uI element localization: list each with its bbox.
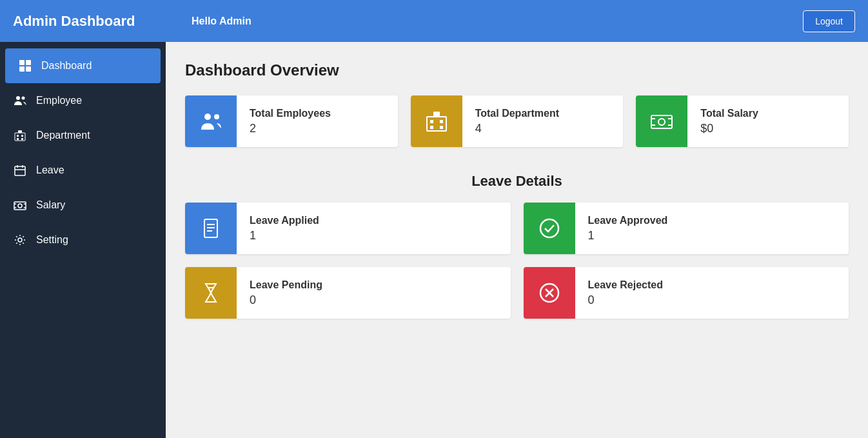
svg-rect-27	[440, 120, 443, 123]
total-department-value: 4	[475, 122, 559, 135]
main-layout: Dashboard Employee	[0, 42, 868, 438]
svg-rect-26	[430, 120, 433, 123]
svg-point-17	[18, 204, 22, 208]
svg-rect-10	[21, 138, 23, 140]
sidebar-item-dashboard[interactable]: Dashboard	[5, 48, 161, 83]
employee-icon	[13, 94, 27, 108]
svg-point-24	[214, 114, 219, 119]
svg-rect-29	[440, 126, 443, 129]
total-employees-icon-box	[185, 95, 237, 147]
leave-card-applied: Leave Applied 1	[185, 203, 511, 254]
sidebar-item-employee-label: Employee	[36, 95, 82, 106]
total-salary-icon-box	[636, 95, 687, 147]
total-department-icon-box	[411, 95, 462, 147]
svg-point-4	[16, 96, 20, 100]
sidebar-item-setting[interactable]: Setting	[0, 223, 166, 257]
hello-text: Hello Admin	[192, 15, 252, 27]
sidebar-item-department-label: Department	[36, 130, 90, 141]
svg-rect-25	[427, 117, 446, 131]
top-header: Admin Dashboard Hello Admin Logout	[0, 0, 868, 42]
svg-rect-2	[19, 66, 25, 72]
total-employees-value: 2	[250, 122, 331, 135]
sidebar-item-employee[interactable]: Employee	[0, 83, 166, 118]
sidebar-item-setting-label: Setting	[36, 234, 68, 246]
svg-rect-7	[17, 135, 19, 137]
stat-card-total-department: Total Department 4	[411, 95, 624, 147]
total-department-label: Total Department	[475, 108, 559, 119]
leave-rejected-value: 0	[588, 294, 664, 307]
leave-applied-label: Leave Applied	[250, 215, 319, 226]
svg-rect-9	[17, 138, 19, 140]
leave-pending-label: Leave Pending	[250, 279, 322, 291]
sidebar: Dashboard Employee	[0, 42, 166, 438]
svg-rect-28	[430, 126, 433, 129]
leave-applied-icon-box	[185, 203, 237, 254]
stat-card-total-salary: Total Salary $0	[636, 95, 849, 147]
admin-name: Admin	[219, 15, 252, 26]
svg-rect-11	[18, 130, 22, 133]
leave-pending-value: 0	[250, 294, 322, 307]
leave-card-rejected: Leave Rejected 0	[524, 267, 849, 319]
svg-rect-1	[26, 60, 31, 65]
hello-prefix: Hello	[192, 15, 219, 26]
sidebar-item-leave[interactable]: Leave	[0, 153, 166, 188]
svg-rect-16	[14, 202, 26, 210]
svg-point-32	[658, 119, 665, 125]
app-title: Admin Dashboard	[13, 13, 179, 30]
leave-applied-value: 1	[250, 229, 319, 243]
svg-rect-31	[651, 115, 672, 128]
svg-point-23	[204, 114, 211, 120]
leave-rejected-label: Leave Rejected	[588, 279, 664, 291]
total-salary-label: Total Salary	[700, 108, 758, 119]
total-employees-label: Total Employees	[250, 108, 331, 119]
leave-pending-info: Leave Pending 0	[237, 273, 335, 314]
total-department-info: Total Department 4	[462, 101, 572, 142]
total-salary-info: Total Salary $0	[687, 101, 771, 142]
total-salary-value: $0	[700, 122, 758, 135]
sidebar-item-dashboard-label: Dashboard	[41, 60, 92, 72]
leave-section-title: Leave Details	[185, 173, 849, 190]
content-area: Dashboard Overview Total Employees 2	[166, 42, 868, 438]
leave-approved-icon-box	[524, 203, 575, 254]
leave-applied-info: Leave Applied 1	[237, 208, 332, 249]
department-icon	[13, 128, 27, 143]
leave-pending-icon-box	[185, 267, 237, 319]
svg-rect-12	[15, 166, 25, 175]
svg-rect-0	[19, 60, 25, 65]
svg-point-22	[18, 238, 22, 242]
logout-button[interactable]: Logout	[803, 10, 855, 32]
leave-rejected-icon-box	[524, 267, 575, 319]
salary-icon	[13, 198, 27, 212]
total-employees-info: Total Employees 2	[237, 101, 344, 142]
leave-approved-info: Leave Approved 1	[575, 208, 681, 249]
stat-card-total-employees: Total Employees 2	[185, 95, 398, 147]
leave-approved-value: 1	[588, 229, 668, 243]
sidebar-item-leave-label: Leave	[36, 164, 64, 176]
header-right: Hello Admin Logout	[179, 10, 855, 32]
svg-rect-3	[26, 66, 31, 72]
sidebar-item-salary-label: Salary	[36, 199, 65, 211]
leave-approved-label: Leave Approved	[588, 215, 668, 226]
dashboard-icon	[18, 59, 32, 73]
leave-icon	[13, 163, 27, 177]
leave-grid: Leave Applied 1 Leave Approved 1	[185, 203, 849, 319]
leave-card-pending: Leave Pending 0	[185, 267, 511, 319]
stats-row: Total Employees 2 Tota	[185, 95, 849, 147]
leave-card-approved: Leave Approved 1	[524, 203, 849, 254]
svg-rect-30	[433, 112, 440, 117]
svg-rect-8	[21, 135, 23, 137]
sidebar-item-department[interactable]: Department	[0, 118, 166, 153]
svg-rect-6	[15, 133, 25, 141]
sidebar-item-salary[interactable]: Salary	[0, 188, 166, 223]
page-title: Dashboard Overview	[185, 61, 849, 79]
leave-rejected-info: Leave Rejected 0	[575, 273, 676, 314]
setting-icon	[13, 233, 27, 247]
svg-point-5	[22, 97, 25, 100]
svg-point-41	[540, 219, 558, 237]
